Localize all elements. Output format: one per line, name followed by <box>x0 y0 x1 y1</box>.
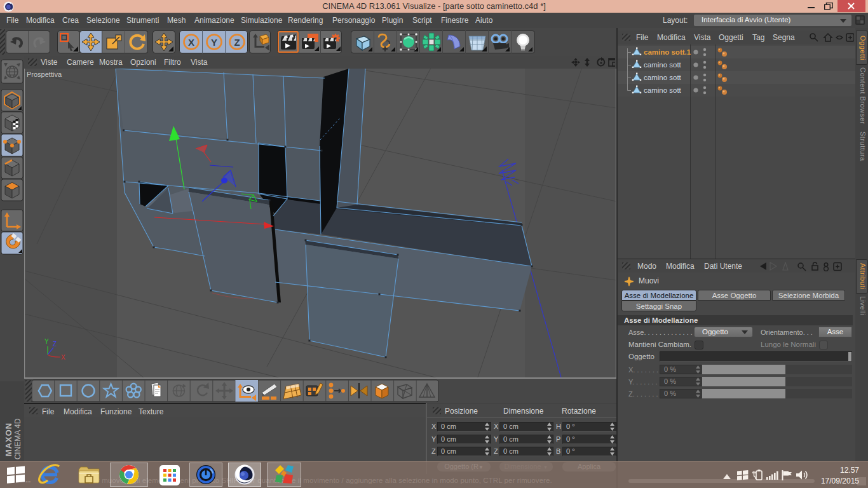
svg-text:Z: Z <box>53 341 57 348</box>
svg-text:Y: Y <box>44 338 49 345</box>
svg-text:Y: Y <box>211 37 217 48</box>
svg-text:X: X <box>61 354 65 361</box>
svg-text:X: X <box>188 37 194 48</box>
svg-text:Z: Z <box>234 37 240 48</box>
svg-text:Prospettiva: Prospettiva <box>27 71 62 78</box>
